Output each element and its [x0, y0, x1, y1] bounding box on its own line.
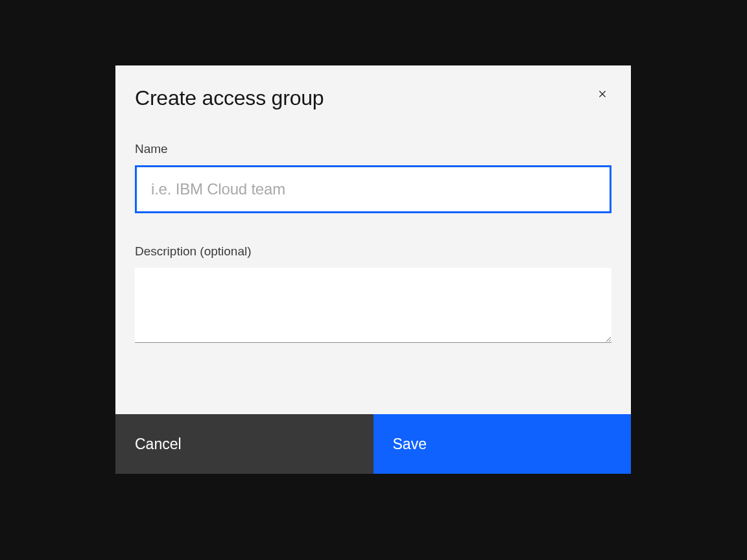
- name-label: Name: [135, 142, 611, 156]
- description-label: Description (optional): [135, 244, 611, 259]
- create-access-group-modal: Create access group Name Description (op…: [115, 65, 631, 474]
- cancel-button[interactable]: Cancel: [115, 414, 374, 474]
- description-wrapper: [135, 268, 611, 345]
- svg-marker-0: [599, 91, 606, 97]
- save-button[interactable]: Save: [374, 414, 632, 474]
- modal-body: Create access group Name Description (op…: [115, 65, 631, 414]
- description-textarea[interactable]: [135, 268, 611, 343]
- modal-footer: Cancel Save: [115, 414, 631, 474]
- close-button[interactable]: [587, 78, 618, 110]
- name-input[interactable]: [135, 165, 611, 213]
- modal-title: Create access group: [135, 85, 611, 111]
- close-icon: [596, 88, 609, 100]
- description-field-group: Description (optional): [135, 244, 611, 345]
- name-field-group: Name: [135, 142, 611, 213]
